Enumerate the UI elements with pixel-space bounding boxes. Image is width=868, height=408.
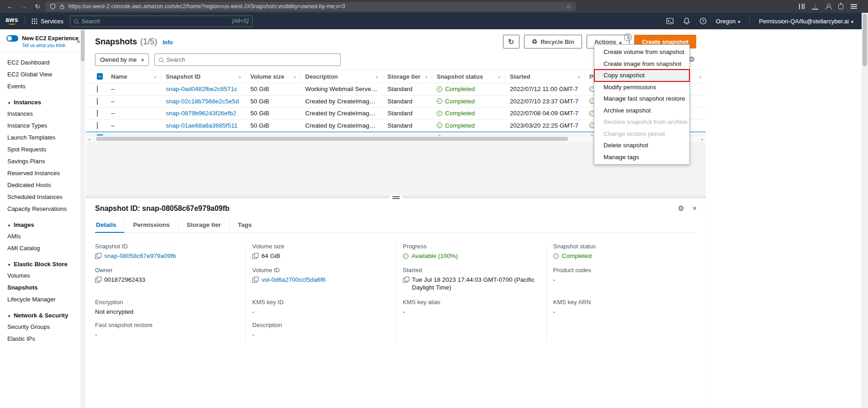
column-header-name[interactable]: Name — [106, 72, 161, 81]
select-all-checkbox[interactable] — [97, 73, 103, 80]
sidebar-item-instances[interactable]: Instances — [0, 107, 85, 119]
sidebar-item-savings-plans[interactable]: Savings Plans — [0, 155, 85, 167]
sidebar-item-events[interactable]: Events — [0, 80, 85, 92]
console-search[interactable]: [Alt+S] — [70, 16, 253, 27]
browser-forward-icon[interactable] — [18, 1, 29, 11]
browser-menu-icon[interactable] — [851, 4, 857, 9]
console-search-input[interactable] — [81, 18, 229, 25]
sidebar-section-instances[interactable]: Instances — [0, 96, 85, 107]
library-icon[interactable] — [799, 4, 804, 9]
sidebar-item-snapshots[interactable]: Snapshots — [0, 281, 85, 293]
refresh-button[interactable] — [503, 35, 519, 48]
snapshot-id-link[interactable]: snap-0ad0482fbe2c8571c — [166, 86, 237, 92]
scroll-right-icon[interactable] — [699, 136, 706, 142]
sort-caret-icon[interactable] — [238, 73, 242, 80]
snapshot-id-link[interactable]: snap-02c18b7568e2c5e5d — [166, 98, 239, 105]
copy-icon[interactable] — [252, 253, 258, 259]
sort-caret-icon[interactable] — [577, 73, 581, 80]
menu-item-modify-permissions[interactable]: Modify permissions — [594, 81, 689, 93]
copy-icon[interactable] — [95, 277, 101, 283]
browser-url-bar[interactable]: https://us-west-2.console.aws.amazon.com… — [46, 2, 576, 11]
sort-caret-icon[interactable] — [699, 73, 702, 80]
sidebar-item-reserved-instances[interactable]: Reserved Instances — [0, 167, 85, 179]
lock-icon[interactable] — [59, 4, 65, 10]
table-search-box[interactable] — [154, 54, 341, 66]
browser-reload-icon[interactable] — [32, 1, 43, 11]
snapshot-id-link[interactable]: snap-01ae68a6a3885f511 — [166, 122, 238, 129]
services-menu[interactable]: Services — [32, 18, 64, 25]
table-search-input[interactable] — [166, 56, 336, 63]
column-header-started[interactable]: Started — [505, 72, 585, 81]
sidebar-item-ami-catalog[interactable]: AMI Catalog — [0, 242, 85, 254]
sort-caret-icon[interactable] — [424, 73, 428, 80]
column-header-snapshot-id[interactable]: Snapshot ID — [161, 72, 246, 81]
help-icon[interactable]: ? — [699, 17, 707, 25]
column-header-snapshot-status[interactable]: Snapshot status — [432, 72, 505, 81]
banner-close-icon[interactable] — [76, 38, 80, 45]
aws-logo[interactable]: aws — [5, 17, 18, 25]
volume-id-link[interactable]: vol-0d6a2700ccf5da6f6 — [261, 276, 325, 284]
profile-icon[interactable] — [826, 4, 831, 9]
copy-icon[interactable] — [95, 253, 101, 259]
row-checkbox[interactable] — [97, 110, 98, 117]
column-header-description[interactable]: Description — [301, 72, 383, 81]
sidebar-item-launch-templates[interactable]: Launch Templates — [0, 131, 85, 143]
sidebar-item-security-groups[interactable]: Security Groups — [0, 321, 85, 333]
region-selector[interactable]: Oregon — [716, 18, 740, 25]
menu-item-copy-snapshot[interactable]: Copy snapshot — [594, 70, 689, 81]
menu-item-manage-fast-snapshot-restore[interactable]: Manage fast snapshot restore — [594, 93, 689, 105]
panel-close-icon[interactable] — [693, 204, 697, 213]
menu-item-create-volume-from-snapshot[interactable]: Create volume from snapshot — [594, 46, 689, 58]
tab-tags[interactable]: Tags — [230, 218, 260, 232]
sidebar-item-dedicated-hosts[interactable]: Dedicated Hosts — [0, 179, 85, 191]
sidebar-scrollbar-thumb[interactable] — [81, 30, 85, 61]
sort-caret-icon[interactable] — [153, 73, 157, 80]
tab-storage-tier[interactable]: Storage tier — [179, 218, 230, 232]
sidebar-item-ec2-global-view[interactable]: EC2 Global View — [0, 68, 85, 80]
sidebar-item-ec2-dashboard[interactable]: EC2 Dashboard — [0, 56, 85, 68]
sidebar-item-volumes[interactable]: Volumes — [0, 269, 85, 281]
copy-icon[interactable] — [403, 277, 409, 283]
copy-icon[interactable] — [252, 277, 258, 283]
sidebar-item-amis[interactable]: AMIs — [0, 230, 85, 242]
sidebar-item-lifecycle-manager[interactable]: Lifecycle Manager — [0, 293, 85, 305]
feedback-link[interactable]: Tell us what you think — [22, 43, 79, 48]
menu-item-delete-snapshot[interactable]: Delete snapshot — [594, 140, 689, 151]
help-panel-info-icon[interactable] — [624, 33, 632, 41]
url-text[interactable]: https://us-west-2.console.aws.amazon.com… — [69, 3, 562, 10]
row-checkbox[interactable] — [97, 98, 98, 105]
row-checkbox[interactable] — [97, 122, 98, 129]
tab-details[interactable]: Details — [95, 218, 125, 232]
page-scrollbar[interactable] — [862, 13, 868, 408]
snapshot-id-value-link[interactable]: snap-08058c67e979a09fb — [104, 252, 176, 260]
cloudshell-icon[interactable] — [666, 17, 674, 25]
split-panel-drag-handle[interactable] — [390, 195, 402, 200]
notifications-bell-icon[interactable] — [683, 17, 690, 25]
browser-back-icon[interactable] — [5, 1, 16, 11]
downloads-icon[interactable] — [812, 4, 818, 10]
new-experience-toggle[interactable] — [6, 35, 18, 42]
sidebar-section-images[interactable]: Images — [0, 219, 85, 230]
scroll-left-icon[interactable] — [86, 136, 93, 142]
bookmark-star-icon[interactable] — [566, 3, 572, 10]
row-checkbox[interactable] — [97, 86, 98, 92]
page-scrollbar-thumb[interactable] — [863, 14, 867, 66]
column-header-volume-size[interactable]: Volume size — [246, 72, 301, 81]
menu-item-create-image-from-snapshot[interactable]: Create image from snapshot — [594, 58, 689, 70]
sidebar-section-elastic-block-store[interactable]: Elastic Block Store — [0, 258, 85, 269]
sidebar-item-elastic-ips[interactable]: Elastic IPs — [0, 333, 85, 344]
sidebar-scrollbar[interactable] — [80, 29, 85, 408]
info-link[interactable]: Info — [163, 39, 173, 46]
menu-item-manage-tags[interactable]: Manage tags — [594, 151, 689, 163]
recycle-bin-button[interactable]: Recycle Bin — [524, 35, 582, 48]
sidebar-item-scheduled-instances[interactable]: Scheduled Instances — [0, 191, 85, 203]
tab-permissions[interactable]: Permissions — [125, 218, 178, 232]
sidebar-item-instance-types[interactable]: Instance Types — [0, 119, 85, 131]
panel-settings-gear-icon[interactable] — [677, 204, 684, 213]
account-menu[interactable]: Permission-QA/llu@stellarcyber.ai — [759, 18, 853, 25]
scrollbar-thumb[interactable] — [96, 137, 568, 141]
sidebar-item-capacity-reservations[interactable]: Capacity Reservations — [0, 203, 85, 215]
sort-caret-icon[interactable] — [293, 73, 296, 80]
sidebar-item-spot-requests[interactable]: Spot Requests — [0, 143, 85, 155]
snapshot-id-link[interactable]: snap-0879b96243f26efb2 — [166, 110, 236, 117]
